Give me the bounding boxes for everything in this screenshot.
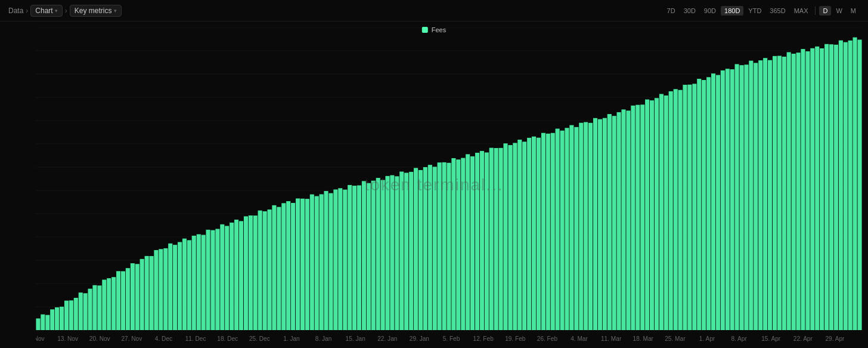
- svg-rect-37: [79, 292, 83, 330]
- svg-text:22. Jan: 22. Jan: [377, 335, 397, 342]
- svg-rect-50: [140, 259, 144, 330]
- svg-rect-176: [735, 64, 739, 330]
- svg-rect-57: [173, 245, 177, 330]
- svg-rect-29: [41, 315, 45, 330]
- svg-rect-141: [569, 125, 574, 330]
- svg-text:25. Dec: 25. Dec: [249, 335, 270, 342]
- svg-rect-140: [565, 128, 569, 330]
- svg-rect-54: [159, 249, 163, 330]
- svg-rect-179: [749, 61, 753, 330]
- btn-90d[interactable]: 90D: [700, 6, 720, 16]
- svg-text:20. Nov: 20. Nov: [89, 335, 110, 342]
- svg-rect-184: [773, 56, 777, 330]
- app-container: Data › Chart ▾ › Key metrics ▾ 7D 30D 90…: [0, 0, 868, 348]
- svg-rect-118: [461, 158, 465, 330]
- svg-text:11. Mar: 11. Mar: [601, 335, 622, 342]
- svg-rect-154: [631, 106, 635, 330]
- breadcrumb: Data › Chart ▾ › Key metrics ▾: [8, 5, 122, 17]
- btn-365d[interactable]: 365D: [766, 6, 789, 16]
- svg-rect-152: [621, 109, 625, 330]
- svg-rect-153: [626, 110, 630, 330]
- svg-rect-194: [820, 48, 824, 330]
- svg-rect-70: [234, 220, 238, 330]
- svg-rect-52: [149, 256, 153, 330]
- svg-rect-148: [603, 118, 607, 330]
- svg-rect-117: [456, 159, 460, 330]
- btn-week[interactable]: W: [832, 6, 845, 16]
- svg-rect-44: [111, 277, 116, 330]
- btn-180d[interactable]: 180D: [721, 6, 743, 16]
- svg-rect-137: [551, 133, 555, 330]
- svg-rect-127: [503, 143, 507, 330]
- svg-rect-45: [116, 271, 120, 330]
- svg-rect-92: [338, 188, 342, 330]
- svg-rect-41: [97, 285, 101, 330]
- btn-day[interactable]: D: [819, 6, 831, 16]
- svg-rect-163: [674, 89, 678, 330]
- svg-rect-196: [829, 44, 833, 330]
- key-metrics-label: Key metrics: [75, 7, 112, 15]
- svg-rect-160: [659, 94, 664, 330]
- svg-rect-120: [470, 156, 475, 330]
- svg-text:18. Dec: 18. Dec: [217, 335, 238, 342]
- svg-rect-177: [740, 65, 744, 330]
- svg-rect-82: [291, 203, 295, 330]
- svg-rect-28: [36, 319, 40, 331]
- svg-rect-101: [381, 180, 385, 330]
- svg-rect-35: [69, 300, 73, 330]
- svg-text:5. Feb: 5. Feb: [443, 335, 460, 342]
- svg-rect-98: [367, 183, 371, 330]
- svg-rect-108: [414, 168, 418, 330]
- svg-rect-193: [815, 47, 819, 330]
- svg-rect-58: [178, 242, 182, 330]
- svg-text:29. Jan: 29. Jan: [410, 335, 429, 342]
- svg-rect-165: [683, 85, 687, 330]
- btn-7d[interactable]: 7D: [664, 6, 679, 16]
- svg-rect-150: [612, 116, 616, 330]
- svg-rect-72: [244, 216, 248, 330]
- svg-rect-102: [385, 176, 389, 330]
- svg-rect-74: [253, 215, 258, 330]
- svg-rect-133: [532, 137, 536, 330]
- time-controls: 7D 30D 90D 180D YTD 365D MAX D W M: [664, 6, 860, 16]
- svg-rect-64: [206, 230, 210, 330]
- svg-text:22. Apr: 22. Apr: [793, 335, 813, 342]
- svg-rect-48: [131, 263, 135, 330]
- chart-legend: Fees: [422, 26, 446, 33]
- svg-rect-164: [678, 90, 683, 330]
- svg-text:1. Jan: 1. Jan: [283, 335, 300, 342]
- svg-rect-134: [537, 138, 541, 330]
- btn-month[interactable]: M: [847, 6, 860, 16]
- svg-rect-156: [640, 104, 644, 330]
- chart-dropdown-arrow: ▾: [55, 8, 58, 14]
- svg-rect-116: [451, 158, 455, 330]
- chart-dropdown[interactable]: Chart ▾: [30, 5, 62, 17]
- svg-rect-103: [390, 175, 394, 330]
- svg-rect-79: [277, 207, 281, 330]
- svg-rect-190: [801, 49, 805, 330]
- legend-color-dot: [422, 27, 428, 33]
- svg-rect-159: [655, 98, 659, 330]
- svg-rect-62: [197, 234, 201, 330]
- svg-rect-114: [442, 162, 447, 330]
- svg-rect-78: [272, 205, 276, 330]
- svg-rect-135: [541, 133, 545, 330]
- svg-rect-111: [428, 165, 432, 330]
- svg-rect-125: [494, 148, 498, 330]
- svg-rect-84: [300, 199, 305, 330]
- svg-rect-97: [362, 181, 366, 330]
- svg-rect-126: [499, 148, 503, 330]
- svg-rect-36: [74, 298, 78, 330]
- svg-rect-30: [45, 315, 49, 330]
- btn-ytd[interactable]: YTD: [745, 6, 765, 16]
- svg-rect-191: [805, 51, 810, 330]
- btn-max[interactable]: MAX: [790, 6, 812, 16]
- svg-text:25. Mar: 25. Mar: [665, 335, 686, 342]
- svg-rect-166: [687, 85, 692, 330]
- svg-rect-93: [343, 190, 347, 330]
- btn-30d[interactable]: 30D: [680, 6, 699, 16]
- svg-rect-55: [163, 248, 168, 330]
- chart-inner: Fees $13m $12m: [0, 21, 868, 348]
- svg-rect-199: [844, 42, 848, 330]
- key-metrics-dropdown[interactable]: Key metrics ▾: [70, 5, 122, 17]
